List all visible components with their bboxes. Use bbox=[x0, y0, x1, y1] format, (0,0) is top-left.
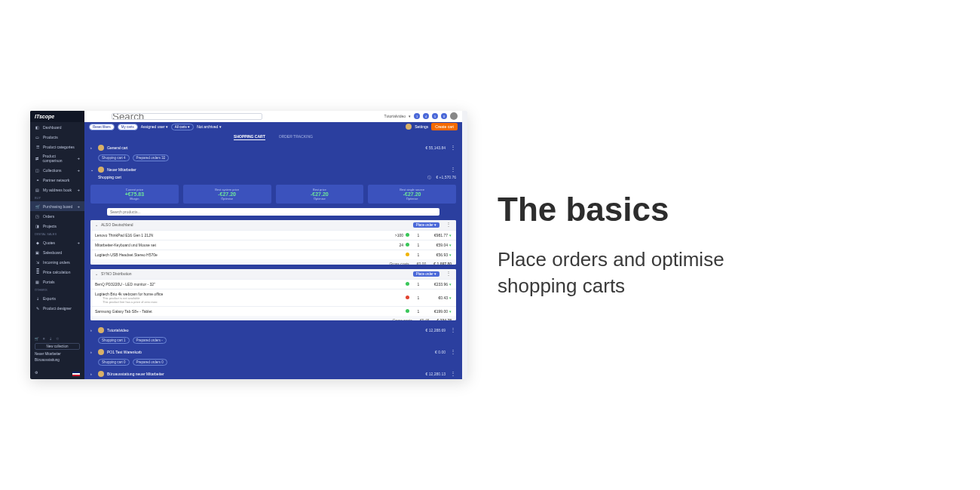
expand-icon[interactable]: ▾ bbox=[449, 253, 452, 257]
notif-badge[interactable]: 1 bbox=[414, 113, 420, 119]
more-icon[interactable]: ⋮ bbox=[450, 168, 456, 171]
chip[interactable]: Shopping cart 4 bbox=[98, 155, 130, 161]
create-cart-button[interactable]: Create cart bbox=[431, 123, 458, 130]
place-order-button[interactable]: Place order ▾ bbox=[413, 222, 439, 228]
product-line[interactable]: BenQ PD3220U - LED monitor - 32"1€233.96… bbox=[90, 279, 456, 289]
cart-group-header[interactable]: ⌄ Neuer Mitarbeiter ⋮ bbox=[84, 164, 462, 175]
my-carts-filter[interactable]: My carts bbox=[118, 124, 138, 130]
qty[interactable]: 1 bbox=[412, 243, 425, 247]
nav-comparison[interactable]: ⇄Product comparison+ bbox=[30, 152, 84, 165]
nav-portals[interactable]: ▦Portals bbox=[30, 277, 84, 286]
group-user: PO1 Test Warenkorb bbox=[107, 350, 142, 354]
tool-icon[interactable]: 🛒 bbox=[35, 337, 39, 341]
tab-shopping-cart[interactable]: SHOPPING CART bbox=[234, 134, 265, 140]
language-flag-icon[interactable] bbox=[72, 372, 80, 376]
settings-icon[interactable]: ⚙ bbox=[35, 371, 38, 375]
chip[interactable]: Shopping cart 0 bbox=[98, 359, 130, 366]
expand-icon[interactable]: ▾ bbox=[449, 233, 452, 237]
product-search-input[interactable] bbox=[107, 208, 439, 216]
nav-projects[interactable]: ◨Projects bbox=[30, 221, 84, 231]
tool-icon[interactable]: ⤓ bbox=[49, 337, 52, 341]
nav-dashboard[interactable]: ◧Dashboard bbox=[30, 122, 84, 132]
nav-main: ◧Dashboard ▭Products ☰Product categories… bbox=[30, 122, 84, 194]
nav-exports[interactable]: ⤓Exports bbox=[30, 293, 84, 303]
cart-group-header[interactable]: › General cart € 55,143.84⋮ bbox=[84, 142, 462, 153]
expand-icon[interactable]: ▾ bbox=[449, 309, 452, 314]
qty[interactable]: 1 bbox=[412, 282, 425, 286]
context-label[interactable]: Tutorialvideo bbox=[384, 114, 406, 118]
plus-icon[interactable]: + bbox=[77, 204, 80, 209]
expand-icon[interactable]: ▾ bbox=[449, 296, 452, 300]
nav-quotes[interactable]: ◆Quotes+ bbox=[30, 237, 84, 247]
nav-pricecalc[interactable]: ≣Price calculation bbox=[30, 267, 84, 277]
address-icon: ▤ bbox=[35, 187, 40, 192]
new-collection-button[interactable]: New collection bbox=[35, 343, 80, 350]
more-icon[interactable]: ⋮ bbox=[446, 272, 452, 275]
chevron-down-icon[interactable]: ⌄ bbox=[95, 222, 98, 227]
reset-filters-button[interactable]: Reset filters bbox=[89, 124, 115, 130]
chevron-down-icon[interactable]: ⌄ bbox=[95, 271, 98, 276]
product-line[interactable]: Samsung Galaxy Tab S8+ - Tablet1€199.00▾ bbox=[90, 306, 456, 316]
nav-label: Quotes bbox=[43, 240, 55, 245]
cart-group-header[interactable]: ›Büroausstattung neuer Mitarbeiter€ 12,2… bbox=[84, 369, 462, 379]
more-icon[interactable]: ⋮ bbox=[450, 372, 456, 375]
tool-icon[interactable]: ≡ bbox=[43, 337, 45, 341]
chip[interactable]: Shopping cart 1 bbox=[98, 337, 130, 344]
chip[interactable]: Prepared orders 0 bbox=[133, 359, 167, 366]
more-icon[interactable]: ⋮ bbox=[450, 351, 456, 354]
tab-order-tracking[interactable]: ORDER TRACKING bbox=[279, 134, 313, 140]
caption-subtitle: Place orders and optimise shopping carts bbox=[498, 247, 799, 299]
settings-link[interactable]: Settings bbox=[415, 124, 428, 129]
qty[interactable]: 1 bbox=[412, 309, 425, 314]
product-line[interactable]: Mitarbeiter-Keyboard und Mouse set241€59… bbox=[90, 240, 456, 250]
plus-icon[interactable]: + bbox=[77, 188, 80, 192]
more-icon[interactable]: ⋮ bbox=[450, 146, 456, 149]
plus-icon[interactable]: + bbox=[77, 168, 80, 173]
product-line[interactable]: Lenovo ThinkPad E16 Gen 1 21JN>1001€981.… bbox=[90, 230, 456, 240]
chip[interactable]: Prepared orders - bbox=[133, 337, 167, 344]
expand-icon[interactable]: ▾ bbox=[449, 243, 452, 247]
nav-incoming[interactable]: ⇲Incoming orders bbox=[30, 257, 84, 267]
nav-designer[interactable]: ✎Product designer bbox=[30, 303, 84, 313]
chevron-down-icon[interactable]: ▾ bbox=[409, 114, 411, 118]
user-avatar[interactable] bbox=[450, 112, 458, 120]
archived-filter[interactable]: Not archived ▾ bbox=[197, 124, 221, 129]
metric-card[interactable]: Current price+€75.83Margin bbox=[90, 185, 179, 204]
info-icon[interactable]: ⓘ bbox=[427, 175, 431, 179]
nav-purchasing-board[interactable]: 🛒Purchasing board+ bbox=[30, 201, 84, 211]
nav-orders[interactable]: ◳Orders bbox=[30, 211, 84, 221]
nav-products[interactable]: ▭Products bbox=[30, 132, 84, 142]
plus-icon[interactable]: + bbox=[77, 240, 80, 245]
cart-group-header[interactable]: ›PO1 Test Warenkorb€ 0.00⋮ bbox=[84, 347, 462, 357]
metric-card[interactable]: Best system price-€27.20Optimise bbox=[183, 185, 271, 204]
nav-collections[interactable]: ◫Collections+ bbox=[30, 165, 84, 175]
notif-badge[interactable]: 4 bbox=[423, 113, 429, 119]
metric-card[interactable]: Best price-€27.20Optimise bbox=[276, 185, 364, 204]
qty[interactable]: 1 bbox=[412, 296, 425, 300]
qty[interactable]: 1 bbox=[412, 233, 425, 237]
qty[interactable]: 1 bbox=[412, 253, 425, 257]
all-carts-filter[interactable]: All carts ▾ bbox=[171, 124, 194, 130]
nav-address[interactable]: ▤My address book+ bbox=[30, 185, 84, 194]
tool-icon[interactable]: ☆ bbox=[56, 337, 59, 341]
footer-user[interactable]: Neuer Mitarbeiter bbox=[35, 352, 80, 356]
footer-user[interactable]: Büroausstattung bbox=[35, 358, 80, 362]
notif-badge[interactable]: 0 bbox=[441, 113, 447, 119]
nav-salesboard[interactable]: ▣Salesboard bbox=[30, 247, 84, 257]
more-icon[interactable]: ⋮ bbox=[450, 329, 456, 332]
global-search-input[interactable] bbox=[112, 113, 262, 120]
expand-icon[interactable]: ▾ bbox=[449, 282, 452, 286]
nav-partner[interactable]: ⚭Partner network bbox=[30, 175, 84, 185]
more-icon[interactable]: ⋮ bbox=[446, 223, 452, 226]
chip[interactable]: Prepared orders 32 bbox=[133, 155, 170, 161]
metric-card[interactable]: Best single source-€27.20Optimise bbox=[368, 185, 456, 204]
assigned-filter[interactable]: Assigned user ▾ bbox=[141, 124, 168, 129]
nav-categories[interactable]: ☰Product categories bbox=[30, 142, 84, 152]
scrollbar[interactable] bbox=[462, 111, 467, 379]
product-line[interactable]: Logitech USB Headset Stereo H570e1€56.93… bbox=[90, 250, 456, 259]
product-line[interactable]: Logitech Brio 4k webcam for home officeT… bbox=[90, 289, 456, 306]
place-order-button[interactable]: Place order ▾ bbox=[413, 271, 439, 277]
notif-badge[interactable]: 5 bbox=[432, 113, 438, 119]
cart-group-header[interactable]: ›Tutorialvideo€ 12,288.69⋮ bbox=[84, 325, 462, 335]
plus-icon[interactable]: + bbox=[77, 156, 80, 161]
